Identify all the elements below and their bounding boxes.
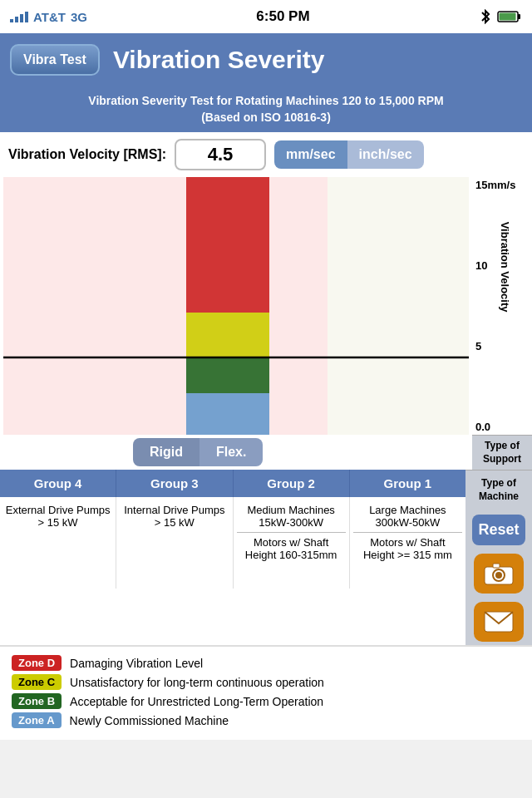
type-of-support-label: Type ofSupport [472, 435, 532, 470]
carrier-info: AT&T 3G [10, 10, 87, 24]
subtitle-line2: (Based on ISO 10816-3) [8, 110, 524, 126]
time-display: 6:50 PM [256, 8, 309, 25]
bluetooth-icon [479, 9, 492, 24]
vibra-test-button[interactable]: Vibra Test [10, 44, 100, 76]
zone-c-label: Zone C [12, 674, 62, 690]
svg-rect-2 [500, 13, 516, 21]
unit-buttons: mm/sec inch/sec [274, 140, 424, 169]
legend-zone-b: Zone B Acceptable for Unrestricted Long-… [12, 693, 520, 709]
subtitle-line1: Vibration Severity Test for Rotating Mac… [8, 93, 524, 110]
support-section: Rigid Flex. Type ofSupport [0, 435, 532, 470]
app-title: Vibration Severity [113, 46, 325, 74]
mm-sec-button[interactable]: mm/sec [274, 140, 347, 169]
chart-wrapper: 15mm/s 10 5 0.0 Vibration Velocity [0, 177, 532, 435]
y-label-0: 0.0 [475, 421, 529, 433]
svg-point-14 [495, 572, 502, 579]
legend-zone-d: Zone D Damaging Vibration Level [12, 655, 520, 671]
camera-button[interactable] [474, 554, 524, 594]
flex-button[interactable]: Flex. [200, 438, 263, 466]
y-label-15: 15mm/s [475, 179, 529, 191]
reset-button[interactable]: Reset [472, 515, 525, 545]
camera-icon [483, 561, 515, 586]
group1-header: Group 1 [350, 470, 466, 497]
email-icon [483, 610, 515, 633]
group3-header: Group 3 [116, 470, 233, 497]
zone-b-label: Zone B [12, 693, 62, 709]
svg-rect-1 [518, 14, 520, 19]
email-button[interactable] [474, 602, 524, 642]
zone-a-label: Zone A [12, 712, 62, 728]
zone-d-description: Damaging Vibration Level [70, 657, 203, 670]
svg-rect-15 [493, 564, 500, 568]
zone-b-description: Acceptable for Unrestricted Long-Term Op… [70, 695, 323, 708]
y-axis-labels: 15mm/s 10 5 0.0 Vibration Velocity [472, 177, 532, 435]
velocity-row: Vibration Velocity [RMS]: mm/sec inch/se… [0, 132, 532, 177]
app-header: Vibra Test Vibration Severity [0, 33, 532, 86]
right-side-panel: Type ofMachine Reset [466, 470, 532, 645]
y-label-5: 5 [475, 340, 529, 352]
groups-body: External Drive Pumps> 15 kW Internal Dri… [0, 497, 466, 589]
velocity-input[interactable] [175, 139, 266, 170]
svg-rect-9 [186, 357, 269, 393]
subtitle-banner: Vibration Severity Test for Rotating Mac… [0, 86, 532, 132]
svg-rect-6 [328, 177, 469, 435]
group4-col: External Drive Pumps> 15 kW [0, 497, 116, 589]
svg-rect-8 [186, 313, 269, 357]
group2-header: Group 2 [234, 470, 350, 497]
carrier-label: AT&T [33, 10, 66, 24]
rigid-button[interactable]: Rigid [133, 438, 200, 466]
legend-zone-a: Zone A Newly Commissioned Machine [12, 712, 520, 728]
network-type-label: 3G [71, 10, 87, 24]
battery-icon [497, 10, 522, 23]
zone-c-description: Unsatisfactory for long-term continuous … [70, 676, 324, 689]
group1-col: Large Machines 300kW-50kW Motors w/ Shaf… [350, 497, 466, 589]
status-bar: AT&T 3G 6:50 PM [0, 0, 532, 33]
signal-icon [10, 12, 28, 22]
groups-header: Group 4 Group 3 Group 2 Group 1 [0, 470, 466, 497]
groups-section: Group 4 Group 3 Group 2 Group 1 External… [0, 470, 532, 645]
group4-header: Group 4 [0, 470, 116, 497]
groups-table: Group 4 Group 3 Group 2 Group 1 External… [0, 470, 466, 645]
support-buttons-container: Rigid Flex. [0, 435, 472, 470]
status-icons [479, 9, 522, 24]
zone-d-label: Zone D [12, 655, 62, 671]
type-of-machine-label: Type ofMachine [466, 470, 532, 510]
svg-rect-10 [186, 393, 269, 435]
y-axis-title: Vibration Velocity [499, 222, 511, 313]
group3-col: Internal Drive Pumps> 15 kW [116, 497, 233, 589]
legend: Zone D Damaging Vibration Level Zone C U… [0, 645, 532, 740]
chart-main [0, 177, 472, 435]
velocity-label: Vibration Velocity [RMS]: [8, 147, 166, 162]
svg-rect-7 [186, 177, 269, 313]
svg-rect-3 [3, 177, 111, 435]
legend-zone-c: Zone C Unsatisfactory for long-term cont… [12, 674, 520, 690]
inch-sec-button[interactable]: inch/sec [347, 140, 424, 169]
zone-a-description: Newly Commissioned Machine [70, 714, 229, 727]
chart-svg [0, 177, 472, 435]
group2-col: Medium Machines 15kW-300kW Motors w/ Sha… [234, 497, 350, 589]
